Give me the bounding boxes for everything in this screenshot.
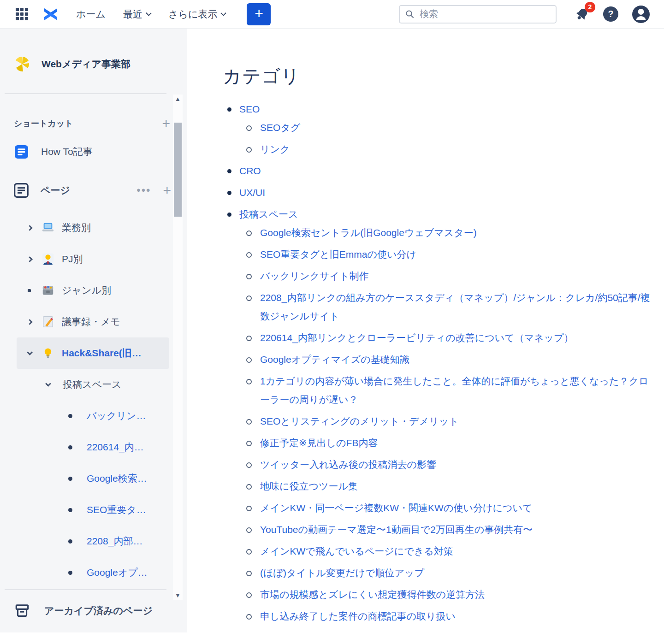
category-subitem: メインKWで飛んでいるページにできる対策 [260,542,658,561]
chevron-right-icon[interactable] [28,320,37,324]
page-link[interactable]: メインKWで飛んでいるページにできる対策 [260,546,453,556]
tree-item-label: 220614_内… [87,441,144,454]
category-subitem: Google検索セントラル(旧Googleウェブマスター) [260,224,658,242]
topnav-item-0[interactable]: ホーム [76,8,106,21]
page-link[interactable]: 220614_内部リンクとクローラービリティの改善について（マネップ） [260,332,574,343]
chevron-down-icon [221,10,227,16]
shortcut-item-label: How To記事 [41,145,93,158]
page-link[interactable]: 2208_内部リンクの組み方のケーススタディ（マネップ）/ジャンル：クレカ/約5… [260,292,650,321]
category-subitem: 市場の規模感とズレにくい想定獲得件数の逆算方法 [260,585,658,604]
sidebar-scrollbar[interactable]: ▲ ▼ [173,95,183,600]
category-subitem: 220614_内部リンクとクローラービリティの改善について（マネップ） [260,329,658,347]
category-subitem: メインKW・同一ページ複数KW・関連KWの使い分けについて [260,499,658,517]
tree-item[interactable]: 2208_内部… [0,526,187,557]
page-link[interactable]: YouTubeの動画テーマ選定〜1動画目で2万回再生の事例共有〜 [260,524,533,535]
topnav-item-1[interactable]: 最近 [123,8,151,21]
tree-item-label: SEO重要タ… [87,503,146,516]
page-link[interactable]: バックリンクサイト制作 [260,271,368,281]
category-subitem: バックリンクサイト制作 [260,267,658,285]
profile-icon [632,5,650,24]
pages-header[interactable]: ページ ••• + [0,174,187,207]
page-link[interactable]: 1カテゴリの内容が薄い場合に発生したこと。全体的に評価がちょっと悪くなった？クロ… [260,376,649,405]
tree-item[interactable]: バックリン… [0,400,187,431]
page-link[interactable]: Google検索セントラル(旧Googleウェブマスター) [260,227,477,238]
memo-icon [41,315,55,329]
notifications-button[interactable]: 2 [574,6,590,22]
scrollbar-thumb[interactable] [174,123,182,217]
tree-item-label: PJ別 [62,253,83,266]
page-link[interactable]: SEO重要タグと旧Emmaの使い分け [260,249,416,260]
category-link[interactable]: 投稿スペース [239,209,298,219]
space-sidebar: Webメディア事業部 ショートカット + How To記事 ページ ••• + … [0,29,187,632]
bullet-icon [28,289,37,292]
search-icon [405,10,414,18]
page-link[interactable]: 地味に役立つツール集 [260,481,358,491]
search-box[interactable] [399,5,557,24]
help-icon: ? [603,6,619,22]
page-link[interactable]: ツイッター入れ込み後の投稿消去の影響 [260,459,436,470]
chevron-right-icon[interactable] [28,226,37,230]
shortcuts-header: ショートカット + [0,111,187,136]
category-item: CRO [239,162,658,180]
category-item: UX/UI [239,183,658,202]
app-grid-icon[interactable] [16,8,28,20]
chevron-down-icon[interactable] [28,352,37,354]
category-link[interactable]: UX/UI [239,187,265,198]
archived-pages-item[interactable]: アーカイブ済みのページ [0,597,187,625]
bullet-icon [68,414,77,418]
page-link[interactable]: 申し込み終了した案件の商標記事の取り扱い [260,611,456,621]
topnav-item-2[interactable]: さらに表示 [168,8,225,21]
bullet-icon [68,508,77,512]
tree-item[interactable]: 220614_内… [0,431,187,463]
chevron-right-icon[interactable] [28,257,37,261]
category-subitem: 修正予定※見出しのFB内容 [260,434,658,452]
page-link[interactable]: 修正予定※見出しのFB内容 [260,437,378,448]
space-name: Webメディア事業部 [42,58,130,71]
shortcut-item-howto[interactable]: How To記事 [0,136,187,167]
tree-item[interactable]: 投稿スペース [0,369,187,400]
add-page-button[interactable]: + [163,183,171,197]
confluence-logo[interactable] [42,7,59,22]
add-shortcut-button[interactable]: + [162,117,170,130]
category-sublist: Google検索セントラル(旧Googleウェブマスター)SEO重要タグと旧Em… [239,224,658,626]
help-button[interactable]: ? [603,6,619,22]
page-link[interactable]: リンク [260,144,290,154]
chevron-down-icon[interactable] [46,384,55,386]
profile-button[interactable] [632,5,650,24]
topnav-item-label: ホーム [76,8,106,21]
category-subitem: SEOタグ [260,118,658,137]
category-link[interactable]: CRO [239,165,261,176]
page-blue-icon [14,144,29,160]
topbar-nav: ホーム最近さらに表示 [76,8,225,21]
category-subitem: リンク [260,140,658,159]
tree-item[interactable]: 議事録・メモ [0,306,187,337]
tree-item[interactable]: Googleオプ… [0,557,187,588]
page-link[interactable]: メインKW・同一ページ複数KW・関連KWの使い分けについて [260,502,532,513]
scroll-down-icon[interactable]: ▼ [173,591,183,600]
confluence-logo-glyph [42,7,59,22]
category-subitem: 地味に役立つツール集 [260,477,658,496]
page-tree: 業務別PJ別ジャンル別議事録・メモHack&Share(旧…投稿スペースバックリ… [0,212,187,588]
tree-item[interactable]: PJ別 [0,243,187,275]
tree-item[interactable]: 業務別 [0,212,187,243]
page-link[interactable]: 市場の規模感とズレにくい想定獲得件数の逆算方法 [260,589,485,600]
page-link[interactable]: Googleオプティマイズの基礎知識 [260,354,409,365]
tree-item[interactable]: Hack&Share(旧… [17,337,169,369]
search-input[interactable] [419,8,550,20]
tree-item[interactable]: Google検索… [0,463,187,494]
scroll-up-icon[interactable]: ▲ [173,95,183,104]
tree-item[interactable]: ジャンル別 [0,275,187,306]
category-link[interactable]: SEO [239,104,260,114]
pages-more-icon[interactable]: ••• [136,184,151,197]
bulb-icon [41,347,55,360]
page-link[interactable]: SEOとリスティングのメリット・デメリット [260,416,459,426]
create-button[interactable]: + [247,3,271,25]
bullet-icon [68,445,77,449]
page-link[interactable]: SEOタグ [260,122,300,133]
topnav-item-label: さらに表示 [168,8,217,21]
tree-item[interactable]: SEO重要タ… [0,494,187,526]
page-link[interactable]: (ほぼ)タイトル変更だけで順位アップ [260,567,424,578]
space-header[interactable]: Webメディア事業部 [0,29,187,93]
category-subitem: 1カテゴリの内容が薄い場合に発生したこと。全体的に評価がちょっと悪くなった？クロ… [260,372,658,409]
archive-box-icon [14,603,30,619]
